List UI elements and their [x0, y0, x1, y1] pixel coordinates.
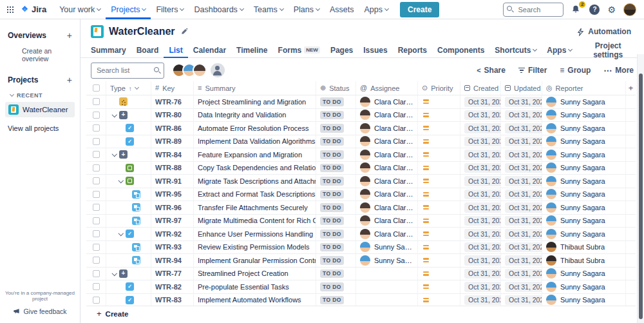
issue-key[interactable]: WTR-95	[151, 188, 193, 201]
more-button[interactable]: More	[603, 66, 634, 75]
row-checkbox[interactable]	[93, 204, 100, 211]
reporter-cell[interactable]: Sunny Sagara	[542, 135, 625, 148]
group-button[interactable]: Group	[560, 66, 591, 75]
tab-calendar[interactable]: Calendar	[188, 43, 231, 58]
status-badge[interactable]: TO DO	[320, 282, 344, 291]
status-badge[interactable]: TO DO	[320, 137, 344, 146]
issue-key[interactable]: WTR-84	[151, 148, 193, 161]
add-project-button[interactable]: +	[67, 75, 72, 84]
row-checkbox[interactable]	[93, 164, 100, 171]
tab-reports[interactable]: Reports	[393, 43, 432, 58]
status-badge[interactable]: TO DO	[320, 203, 344, 212]
row-checkbox[interactable]	[93, 191, 100, 198]
reporter-cell[interactable]: Sunny Sagara	[542, 188, 625, 201]
create-button[interactable]: Create	[400, 2, 439, 17]
table-row-wtr-97[interactable]: WTR-97 Migrate Multimedia Content for Ri…	[86, 215, 636, 228]
assignee-cell[interactable]: Clara Clarke	[355, 228, 417, 240]
priority-cell[interactable]	[417, 280, 460, 293]
assignee-cell[interactable]: Clara Clarke	[355, 135, 417, 148]
priority-cell[interactable]	[417, 95, 460, 108]
row-checkbox[interactable]	[93, 138, 100, 145]
tab-list[interactable]: List	[164, 43, 187, 58]
priority-cell[interactable]	[417, 228, 460, 240]
status-badge[interactable]: TO DO	[320, 164, 344, 173]
assignee-cell[interactable]: Clara Clarke	[355, 122, 417, 135]
status-badge[interactable]: TO DO	[320, 177, 344, 186]
table-row-wtr-82[interactable]: WTR-82 Pre-populate Essential Tasks TO D…	[86, 280, 636, 294]
reporter-cell[interactable]: Sunny Sagara	[542, 95, 625, 108]
issue-summary[interactable]: Review Existing Permission Models	[193, 241, 316, 254]
status-badge[interactable]: TO DO	[320, 111, 344, 120]
row-checkbox[interactable]	[93, 98, 100, 105]
row-checkbox[interactable]	[93, 217, 100, 224]
priority-cell[interactable]	[417, 201, 460, 214]
table-row-wtr-83[interactable]: WTR-83 Implement Automated Workflows TO …	[86, 294, 636, 306]
issue-key[interactable]: WTR-94	[151, 254, 193, 267]
topnav-item-dashboards[interactable]: Dashboards	[189, 0, 248, 19]
table-row-wtr-76[interactable]: WTR-76 Project Streamlining and Migratio…	[86, 95, 636, 109]
create-overview-link[interactable]: Create an overview	[5, 41, 75, 65]
automation-button[interactable]: Automation	[577, 27, 631, 36]
priority-cell[interactable]	[417, 109, 460, 122]
avatar-clara-clarke[interactable]	[193, 63, 207, 77]
issue-summary[interactable]: Extract and Format Task Descriptions	[193, 188, 316, 201]
reporter-cell[interactable]: Sunny Sagara	[542, 201, 625, 214]
give-feedback-button[interactable]: Give feedback	[13, 308, 66, 315]
tab-project-settings[interactable]: Project settings	[577, 43, 639, 58]
column-header-status[interactable]: Status	[316, 81, 355, 95]
jira-logo[interactable]: Jira	[21, 5, 46, 14]
reporter-cell[interactable]: Sunny Sagara	[542, 294, 625, 306]
status-badge[interactable]: TO DO	[320, 124, 344, 133]
edit-project-button[interactable]	[180, 28, 188, 35]
row-checkbox[interactable]	[93, 270, 100, 277]
priority-cell[interactable]	[417, 122, 460, 135]
reporter-cell[interactable]: Sunny Sagara	[542, 215, 625, 228]
issue-key[interactable]: WTR-89	[151, 135, 193, 148]
add-column-button[interactable]	[625, 81, 636, 95]
reporter-cell[interactable]: Sunny Sagara	[542, 228, 625, 240]
table-row-wtr-91[interactable]: WTR-91 Migrate Task Descriptions and Att…	[86, 175, 636, 188]
issue-summary[interactable]: Enhance User Permissions Handling	[193, 228, 316, 240]
tab-summary[interactable]: Summary	[86, 43, 131, 58]
issue-summary[interactable]: Pre-populate Essential Tasks	[193, 280, 316, 293]
expand-chevron-icon[interactable]	[110, 111, 118, 119]
column-header-summary[interactable]: Summary	[193, 81, 316, 95]
priority-cell[interactable]	[417, 268, 460, 280]
issue-key[interactable]: WTR-88	[151, 162, 193, 175]
issue-summary[interactable]: Copy Task Dependencies and Relationships	[193, 162, 316, 175]
issue-key[interactable]: WTR-93	[151, 241, 193, 254]
assignee-cell[interactable]: Clara Clarke	[355, 148, 417, 161]
topnav-item-your-work[interactable]: Your work	[54, 0, 106, 19]
row-checkbox[interactable]	[93, 230, 100, 237]
status-badge[interactable]: TO DO	[320, 230, 344, 239]
reporter-cell[interactable]: Sunny Sagara	[542, 109, 625, 122]
row-checkbox[interactable]	[93, 124, 100, 132]
column-header-priority[interactable]: Priority	[417, 81, 460, 95]
assignee-cell[interactable]: Clara Clarke	[355, 175, 417, 188]
priority-cell[interactable]	[417, 294, 460, 306]
reporter-cell[interactable]: Sunny Sagara	[542, 175, 625, 188]
create-issue-button[interactable]: Create	[97, 309, 128, 318]
issue-summary[interactable]: Transfer File Attachments Securely	[193, 201, 316, 214]
status-badge[interactable]: TO DO	[320, 150, 344, 159]
vertical-scrollbar[interactable]	[637, 54, 644, 323]
app-switcher-icon[interactable]	[6, 6, 14, 14]
table-row-wtr-86[interactable]: WTR-86 Automate Error Resolution Process…	[86, 122, 636, 135]
table-row-wtr-84[interactable]: WTR-84 Feature Expansion and Migration T…	[86, 148, 636, 162]
assignee-cell[interactable]: Clara Clarke	[355, 109, 417, 122]
recent-section-header[interactable]: RECENT	[5, 86, 75, 102]
column-header-updated[interactable]: Updated	[500, 81, 542, 95]
global-search-input[interactable]	[503, 3, 564, 17]
expand-chevron-icon[interactable]	[117, 177, 125, 185]
issue-key[interactable]: WTR-83	[151, 294, 193, 306]
issue-summary[interactable]: Automate Error Resolution Process	[193, 122, 316, 135]
issue-summary[interactable]: Implement Automated Workflows	[193, 294, 316, 306]
assignee-cell[interactable]	[355, 268, 417, 280]
column-header-type[interactable]: Type	[106, 81, 151, 95]
priority-cell[interactable]	[417, 148, 460, 161]
assignee-cell[interactable]: Clara Clarke	[355, 188, 417, 201]
settings-gear-icon[interactable]: ⚙	[607, 5, 616, 14]
status-badge[interactable]: TO DO	[320, 217, 344, 226]
row-checkbox[interactable]	[93, 112, 100, 119]
issue-summary[interactable]: Implement Granular Permission Controls	[193, 254, 316, 267]
